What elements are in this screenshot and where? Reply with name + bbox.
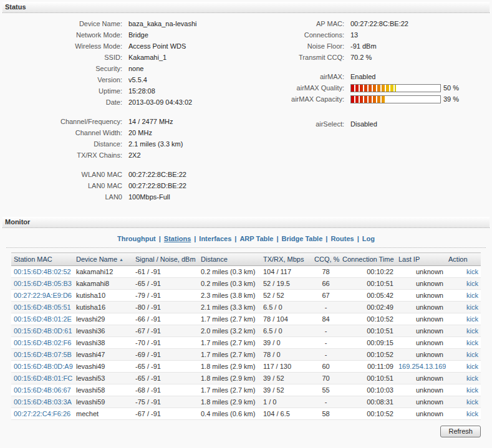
column-header-action[interactable]: Action [446,253,481,266]
nav-separator: | [234,235,236,242]
status-field-label: airMAX: [257,73,344,80]
station-kick-link[interactable]: kick [466,327,478,335]
station-kick-link[interactable]: kick [466,315,478,323]
column-header-device-name[interactable]: Device Name▲ [74,253,133,266]
refresh-button[interactable]: Refresh [440,426,481,437]
column-header-tx-rx-mbps[interactable]: TX/RX, Mbps [261,253,312,266]
station-signal-noise: -61 / -91 [133,266,198,278]
stations-table-body: 00:15:6D:4B:02:52 kakamahi12 -61 / -91 0… [11,266,481,420]
station-connection-time: 00:02:49 [340,302,396,313]
status-field-value: 2X2 [128,151,141,159]
station-mac-link[interactable]: 00:15:6D:4B:03:3A [14,398,72,406]
status-field: Transmit CCQ: 70.2 % [257,52,487,63]
station-mac-link[interactable]: 00:15:6D:4B:0D:61 [14,327,72,335]
column-header-label: Distance [201,255,228,263]
station-row: 00:27:22:9A:E9:D6 kutisha10 -79 / -91 2.… [11,290,481,302]
column-header-signal-noise-dbm[interactable]: Signal / Noise, dBm [133,253,198,266]
station-signal-noise: -70 / -91 [133,337,198,349]
status-field-value: none [128,65,143,72]
monitor-section-title: Monitor [5,218,30,226]
status-section-header: Status [2,2,490,13]
station-last-ip: unknown [396,325,446,337]
status-field-label: Connections: [257,31,344,39]
status-field-value: v5.5.4 [128,76,147,83]
station-signal-noise: -65 / -91 [133,361,198,373]
monitor-nav-interfaces[interactable]: Interfaces [199,235,231,242]
station-mac-link[interactable]: 00:15:6D:4B:05:B3 [14,280,72,287]
status-field-label: Date: [5,98,122,106]
monitor-nav-log[interactable]: Log [362,235,375,242]
station-mac-link[interactable]: 00:27:22:9A:E9:D6 [14,292,72,299]
nav-separator: | [326,235,327,242]
status-field: LAN0 MAC 00:27:22:8D:BE:22 [5,180,257,191]
status-field-label: airSelect: [257,120,344,128]
station-kick-link[interactable]: kick [466,303,478,311]
station-distance: 1.8 miles (2.9 km) [198,373,261,384]
status-field-value: 00:27:22:8C:BE:22 [350,20,408,27]
station-kick-link[interactable]: kick [466,280,478,287]
column-header-distance[interactable]: Distance [198,253,261,266]
station-kick-link[interactable]: kick [466,268,478,275]
station-signal-noise: -80 / -91 [133,302,198,313]
station-mac-link[interactable]: 00:15:6D:4B:07:5B [14,351,72,358]
monitor-section-header: Monitor [2,217,490,228]
station-distance: 1.8 miles (2.9 km) [198,396,261,408]
column-header-station-mac[interactable]: Station MAC [11,253,74,266]
station-last-ip: 169.254.13.169 [396,361,446,373]
station-kick-link[interactable]: kick [466,398,478,406]
status-field-label: Network Mode: [5,31,122,39]
station-mac-link[interactable]: 00:27:22:C4:F6:26 [14,410,70,417]
status-field-value: Bridge [128,31,148,39]
station-distance: 1.7 miles (2.7 km) [198,337,261,349]
monitor-nav-routes[interactable]: Routes [330,235,354,242]
airmax-capacity-row: airMAX Capacity: 39 % [257,93,487,105]
status-field: Noise Floor: -91 dBm [257,41,487,52]
status-field-value: 00:27:22:8C:BE:22 [128,171,186,178]
nav-separator: | [194,235,196,242]
station-mac-link[interactable]: 00:15:6D:4B:01:2E [14,315,72,323]
status-field: Security: none [5,63,257,74]
monitor-nav-throughput[interactable]: Throughput [117,235,156,242]
station-last-ip: unknown [396,290,446,302]
station-mac-link[interactable]: 00:15:6D:4B:02:F6 [14,339,71,346]
station-row: 00:15:6D:4B:05:51 kutisha16 -80 / -91 2.… [11,302,481,313]
status-field-value: Enabled [350,73,375,80]
station-device-name: kutisha10 [74,290,133,302]
station-kick-link[interactable]: kick [466,363,478,370]
station-ccq: 84 [312,313,340,325]
station-kick-link[interactable]: kick [466,351,478,358]
column-header-ccq-[interactable]: CCQ, % [312,253,340,266]
station-device-name: levashi58 [74,384,133,396]
station-mac-link[interactable]: 00:15:6D:4B:01:FC [14,374,72,382]
status-field-label: Uptime: [5,87,122,95]
monitor-nav-arp-table[interactable]: ARP Table [239,235,273,242]
station-mac-link[interactable]: 00:15:6D:4B:02:52 [14,268,71,275]
station-mac-link[interactable]: 00:15:6D:4B:06:67 [14,386,71,394]
status-field-label: AP MAC: [257,20,344,27]
station-signal-noise: -68 / -91 [133,384,198,396]
station-signal-noise: -67 / -91 [133,408,198,420]
station-ccq: - [312,349,340,361]
station-connection-time: 00:10:03 [340,384,396,396]
monitor-nav-stations[interactable]: Stations [164,235,191,242]
airmax-quality-percent: 50 % [443,84,459,92]
station-signal-noise: -65 / -91 [133,373,198,384]
stations-header-row: Station MACDevice Name▲Signal / Noise, d… [11,253,481,266]
station-connection-time: 00:09:15 [340,337,396,349]
station-device-name: kutisha16 [74,302,133,313]
station-row: 00:15:6D:4B:06:67 levashi58 -68 / -91 1.… [11,384,481,396]
station-kick-link[interactable]: kick [466,374,478,382]
station-last-ip: unknown [396,266,446,278]
station-mac-link[interactable]: 00:15:6D:4B:0D:A9 [14,363,73,370]
station-distance: 1.8 miles (2.9 km) [198,361,261,373]
station-kick-link[interactable]: kick [466,292,478,299]
station-kick-link[interactable]: kick [466,386,478,394]
status-field-label: LAN0 MAC [5,182,122,189]
station-kick-link[interactable]: kick [466,339,478,346]
status-field-label: airMAX Quality: [257,84,344,92]
column-header-connection-time[interactable]: Connection Time [340,253,396,266]
monitor-nav-bridge-table[interactable]: Bridge Table [281,235,322,242]
station-mac-link[interactable]: 00:15:6D:4B:05:51 [14,303,71,311]
column-header-last-ip[interactable]: Last IP [396,253,446,266]
station-kick-link[interactable]: kick [466,410,478,417]
